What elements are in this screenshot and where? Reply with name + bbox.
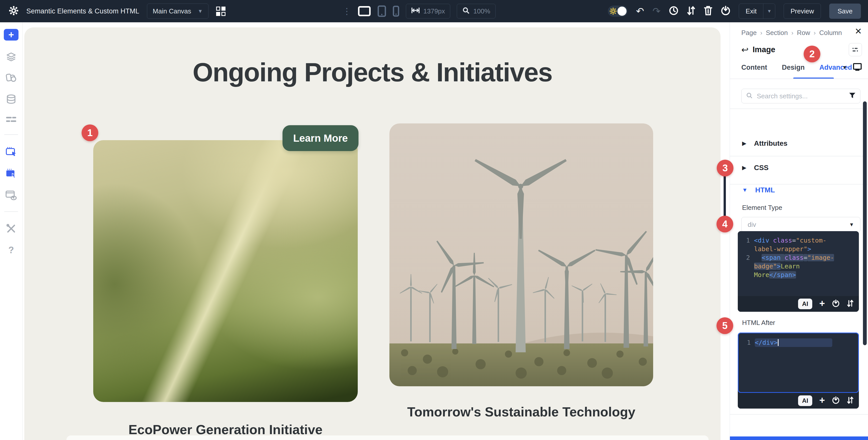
help-icon[interactable]: ? [8,245,14,256]
sidebar-divider [4,134,18,135]
preview-button[interactable]: Preview [784,4,820,19]
section-attributes[interactable]: ▶ Attributes [742,139,787,148]
layers-icon[interactable] [6,52,16,61]
layout-grid-icon[interactable] [216,7,225,16]
add-element-button[interactable]: + [4,29,19,40]
browser-preview-eye-icon[interactable] [5,190,17,200]
panel-scrollbar[interactable] [863,101,867,345]
annotation-badge-4: 4 [716,216,733,232]
chevron-down-icon: ▼ [849,222,854,228]
presets-icon-button[interactable] [849,43,862,56]
divider [730,109,868,109]
power-import-icon[interactable] [832,397,840,405]
top-toolbar: Semantic Elements & Custom HTML Main Can… [0,0,868,22]
browser-select-outline-icon[interactable] [6,146,17,157]
element-type-select[interactable]: div ▼ [741,217,860,232]
add-icon[interactable]: + [819,299,825,308]
section-css[interactable]: ▶ CSS [742,164,769,172]
divider [730,79,868,79]
breadcrumb-item[interactable]: Row [797,29,810,37]
breadcrumb-item[interactable]: Column [819,29,842,37]
breadcrumb-separator: › [813,29,815,36]
tab-content[interactable]: Content [741,64,767,71]
document-title: Semantic Elements & Custom HTML [26,7,140,15]
breadcrumb: Page› Section› Row› Column [741,29,842,37]
page-preview[interactable]: Ongoing Projects & Initiatives [24,27,720,440]
html-after-editor[interactable]: 1</div> AI + [738,332,859,409]
sort-arrows-icon[interactable] [847,299,854,309]
panel-bottom-accent [730,436,868,440]
structure-sort-icon[interactable] [687,6,695,17]
viewport-width-field[interactable]: 1379px [406,4,450,19]
browser-select-filled-icon[interactable] [6,168,17,178]
code-area[interactable]: 1<div class="custom- label-wrapper">2 <s… [738,231,859,296]
caption-right[interactable]: Tomorrow's Sustainable Technology [390,404,653,419]
next-section-edge [66,435,709,440]
tab-design[interactable]: Design [782,64,805,71]
add-icon[interactable]: + [819,395,825,405]
html-before-editor[interactable]: 1<div class="custom- label-wrapper">2 <s… [738,231,859,312]
chevron-right-icon: ▶ [742,165,746,171]
undo-icon[interactable]: ↶ [636,6,644,16]
search-input[interactable] [756,92,845,100]
redo-icon[interactable]: ↷ [652,6,660,16]
trash-icon[interactable] [704,6,712,17]
breadcrumb-item[interactable]: Section [766,29,788,37]
close-icon[interactable]: ✕ [855,27,862,35]
divider [730,184,868,184]
annotation-badge-3: 3 [717,160,734,176]
tabs-chevron-down-icon[interactable]: ▼ [842,65,847,70]
filter-funnel-icon[interactable] [849,92,856,99]
zoom-level-field[interactable]: 100% [457,4,496,19]
settings-gear-icon[interactable] [9,6,19,17]
page-heading[interactable]: Ongoing Projects & Initiatives [24,57,720,87]
editor-toolbar: AI + [738,296,859,312]
chevron-down-icon: ▼ [742,187,748,194]
power-import-icon[interactable] [721,6,731,17]
html-after-label: HTML After [742,319,775,327]
caption-left[interactable]: EcoPower Generation Initiative [93,422,358,437]
settings-panel: Page› Section› Row› Column ✕ ↩ Image Con… [730,22,868,440]
history-clock-icon[interactable] [669,6,679,17]
breadcrumb-item[interactable]: Page [741,29,757,37]
wind-turbines-image[interactable] [390,123,653,386]
canvas-selector-dropdown[interactable]: Main Canvas▼ [147,4,209,19]
builder-app: Semantic Elements & Custom HTML Main Can… [0,0,868,440]
desktop-view-button[interactable] [358,6,371,17]
exit-chevron-down-icon[interactable]: ▼ [763,9,775,14]
tools-icon[interactable] [6,224,16,234]
canvas-area: Ongoing Projects & Initiatives [23,22,730,440]
mobile-view-button[interactable] [393,6,399,17]
chevron-down-icon: ▼ [198,8,203,14]
desktop-breakpoint-icon[interactable] [853,63,862,72]
section-html[interactable]: ▼ HTML [742,186,775,194]
left-sidebar: + [0,22,23,440]
leaf-image[interactable] [93,140,358,402]
field-list-icon[interactable] [6,116,17,123]
annotation-badge-1: 1 [82,124,98,141]
exit-button[interactable]: Exit ▼ [739,4,775,19]
zoom-magnifier-icon [462,7,470,16]
more-options-icon[interactable]: ⋮ [343,7,351,16]
element-type-label: Element Type [742,204,782,212]
tablet-view-button[interactable] [377,5,386,17]
back-arrow-icon[interactable]: ↩ [741,46,749,54]
database-icon[interactable] [6,94,16,104]
theme-toggle[interactable] [608,6,627,17]
code-area-focused[interactable]: 1</div> [738,332,859,393]
save-button[interactable]: Save [829,4,861,19]
breadcrumb-separator: › [791,29,793,36]
element-title: Image [753,45,776,54]
design-library-icon[interactable] [6,73,17,83]
settings-search[interactable] [741,89,860,104]
ai-assist-button[interactable]: AI [798,395,812,406]
power-import-icon[interactable] [832,300,840,308]
editor-toolbar: AI + [738,393,859,409]
chevron-right-icon: ▶ [742,140,746,147]
sort-arrows-icon[interactable] [847,396,854,405]
sun-gear-icon [609,7,617,15]
learn-more-badge[interactable]: Learn More [282,125,359,151]
width-arrows-icon [411,7,420,16]
ai-assist-button[interactable]: AI [798,299,812,309]
annotation-badge-2: 2 [804,46,820,62]
